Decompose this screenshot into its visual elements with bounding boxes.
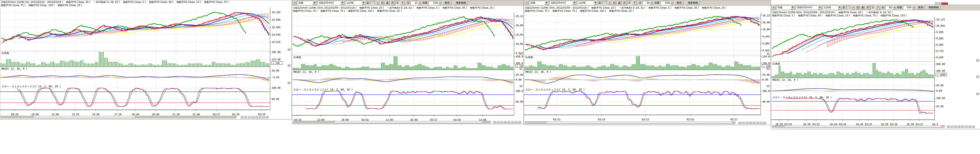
nav-tool-button[interactable]: ▪	[518, 121, 521, 124]
nav-tool-button[interactable]: ▫	[759, 121, 763, 124]
nav-first-button[interactable]: «	[493, 121, 496, 124]
bars-spinner[interactable]: 500◢	[661, 1, 674, 5]
chevron-down-icon[interactable]: ▼	[791, 5, 795, 10]
spinner-icon[interactable]: ◢	[418, 1, 421, 5]
chevron-down-icon[interactable]: ▼	[573, 1, 576, 5]
nav-tool-button[interactable]: +	[507, 121, 510, 124]
spinner-icon[interactable]: ◢	[892, 6, 896, 10]
symbol-select[interactable]: 日経225mini▼	[549, 1, 576, 5]
nav-next-button[interactable]: ›	[248, 116, 251, 118]
spinner-icon[interactable]: ◢	[912, 6, 915, 10]
period-weekly-button[interactable]: 週	[617, 1, 622, 5]
nav-tool-button[interactable]: -	[964, 125, 967, 128]
nav-tool-button[interactable]: +	[961, 125, 964, 128]
spinner-icon[interactable]: ◢	[650, 1, 653, 5]
apply-button[interactable]: 適用	[675, 1, 683, 5]
nav-tool-button[interactable]: ▫	[968, 125, 971, 128]
category-select[interactable]: 先物▼	[776, 5, 795, 10]
period-tick-button[interactable]: T	[632, 1, 636, 5]
nav-last-button[interactable]: »	[749, 121, 752, 124]
chart-hscrollbar[interactable]	[525, 121, 735, 124]
chart-hscrollbar[interactable]	[1, 116, 237, 118]
nav-tool-button[interactable]: ▫	[514, 121, 517, 124]
price-chart-svg[interactable]: 10,12510,08510,04510,0059,965出来高450.0020…	[292, 13, 523, 124]
price-chart-svg[interactable]: 10,12510,0459,9659,8859,8059,7259,645出来高…	[771, 17, 980, 129]
hscroll-thumb[interactable]	[547, 122, 732, 124]
nav-last-button[interactable]: »	[503, 121, 507, 124]
multi-symbol-button[interactable]: 複数銘柄	[927, 5, 940, 10]
price-chart-svg[interactable]: 10,10510,08510,06510,04510,025出来高295.001…	[0, 8, 291, 119]
symbol-select[interactable]: 日経225mini▼	[317, 1, 344, 5]
nav-tool-button[interactable]: +	[255, 116, 258, 118]
nav-first-button[interactable]: «	[240, 116, 243, 118]
minutes-spinner[interactable]: 15◢	[410, 1, 422, 5]
period-weekly-button[interactable]: 週	[861, 5, 865, 10]
contract-select[interactable]: 12/06▼	[345, 1, 366, 5]
chevron-down-icon[interactable]: ▼	[593, 1, 597, 5]
period-weekly-button[interactable]: 週	[385, 1, 390, 5]
chart-menu-button[interactable]: ▼	[525, 1, 528, 5]
multi-symbol-button[interactable]: 複数銘柄	[686, 1, 700, 5]
chevron-down-icon[interactable]: ▼	[818, 5, 822, 10]
period-monthly-button[interactable]: 月	[390, 1, 395, 5]
bars-spinner[interactable]: 500◢	[429, 1, 442, 5]
contract-select[interactable]: 12/06▼	[577, 1, 597, 5]
nav-tool-button[interactable]: ▪	[763, 121, 766, 124]
category-select[interactable]: 先物▼	[529, 1, 549, 5]
nav-last-button[interactable]: »	[251, 116, 254, 118]
chevron-down-icon[interactable]: ▼	[361, 1, 365, 5]
period-daily-button[interactable]: 日	[612, 1, 616, 5]
bars-spinner[interactable]: 500◢	[903, 6, 915, 10]
period-daily-button[interactable]: 日	[856, 5, 860, 10]
ashi-count-spinner: 1◢	[602, 1, 611, 5]
nav-tool-button[interactable]: -	[258, 116, 261, 118]
nav-last-button[interactable]: »	[957, 125, 961, 128]
period-minute-button[interactable]: 分	[627, 1, 632, 5]
hscroll-thumb[interactable]	[335, 121, 483, 123]
period-monthly-button[interactable]: 月	[622, 1, 627, 5]
apply-button[interactable]: 適用	[442, 1, 452, 5]
minutes-spinner[interactable]: 30◢	[643, 1, 654, 5]
price-chart-svg[interactable]: 10,12510,06510,0059,9459,8859,825出来高250.…	[524, 13, 770, 124]
nav-next-button[interactable]: ›	[500, 121, 503, 124]
chart-header-line1: 日経225mini 12/06( 5分, 2012/03/15 - 2012/0…	[1, 1, 291, 4]
nav-tool-button[interactable]: +	[752, 121, 756, 124]
hscroll-thumb[interactable]	[785, 125, 942, 128]
spinner-icon[interactable]: ◢	[670, 1, 673, 5]
nav-tool-button[interactable]: -	[511, 121, 514, 124]
nav-first-button[interactable]: «	[947, 125, 950, 128]
nav-prev-button[interactable]: ‹	[244, 116, 247, 118]
chart-menu-button[interactable]: ▼	[293, 1, 296, 5]
nav-prev-button[interactable]: ‹	[741, 121, 745, 124]
apply-button[interactable]: 適用	[916, 5, 925, 10]
nav-tool-button[interactable]: ▪	[266, 116, 269, 118]
symbol-select[interactable]: 日経225mini▼	[795, 5, 822, 10]
period-tick-button[interactable]: T	[401, 1, 405, 5]
hscroll-thumb[interactable]	[34, 116, 135, 118]
category-select[interactable]: 先物▼	[297, 1, 317, 5]
nav-tool-button[interactable]: ▪	[972, 125, 975, 128]
chevron-down-icon[interactable]: ▼	[340, 1, 344, 5]
nav-tool-button[interactable]: -	[756, 121, 759, 124]
chart-hscrollbar[interactable]	[772, 125, 945, 128]
nav-next-button[interactable]: ›	[954, 125, 957, 128]
chevron-down-icon[interactable]: ▼	[313, 1, 317, 5]
period-minute-button[interactable]: 分	[395, 1, 399, 5]
period-monthly-button[interactable]: 月	[865, 5, 870, 10]
period-daily-button[interactable]: 日	[380, 1, 385, 5]
period-minute-button[interactable]: 分	[871, 5, 875, 10]
period-tick-button[interactable]: T	[876, 5, 880, 10]
chart-menu-button[interactable]: ▼	[772, 5, 775, 10]
chevron-down-icon[interactable]: ▼	[544, 1, 548, 5]
spinner-icon[interactable]: ◢	[438, 1, 442, 5]
nav-next-button[interactable]: ›	[745, 121, 748, 124]
multi-symbol-button[interactable]: 複数銘柄	[454, 1, 468, 5]
chart-hscrollbar[interactable]	[293, 121, 491, 124]
minutes-spinner[interactable]: 60◢	[885, 6, 896, 10]
contract-select[interactable]: 12/06▼	[822, 5, 842, 10]
nav-prev-button[interactable]: ‹	[496, 121, 500, 124]
nav-tool-button[interactable]: ▫	[262, 116, 265, 118]
nav-first-button[interactable]: «	[738, 121, 741, 124]
nav-prev-button[interactable]: ‹	[950, 125, 953, 128]
chevron-down-icon[interactable]: ▼	[838, 5, 842, 10]
